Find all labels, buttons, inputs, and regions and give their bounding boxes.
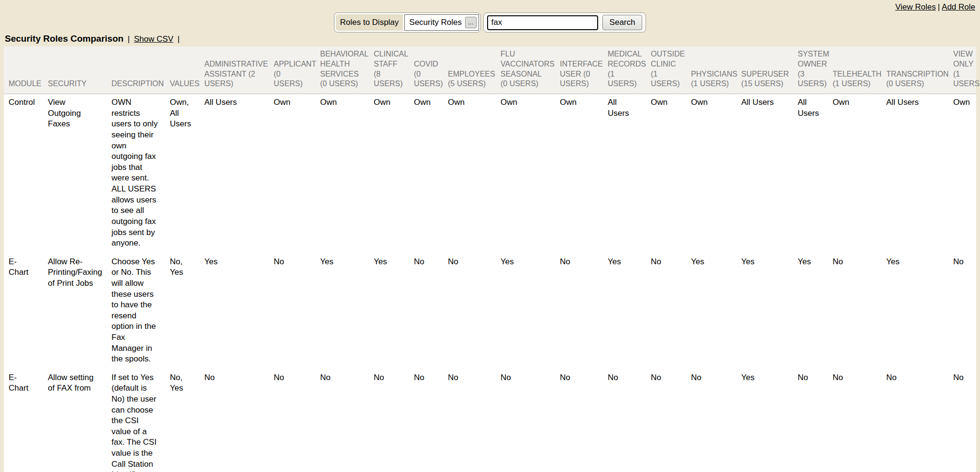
column-header: TELEHEALTH (1 USERS) — [828, 46, 881, 94]
table-body: ControlView Outgoing FaxesOWN restricts … — [4, 94, 976, 472]
column-header: FLU VACCINATORS SEASONAL (0 USERS) — [496, 46, 555, 94]
add-role-link[interactable]: Add Role — [942, 2, 975, 11]
table-row: E-ChartAllow setting of FAX fromIf set t… — [4, 370, 976, 472]
role-value-cell: No — [443, 254, 496, 370]
description-cell: Choose Yes or No. This will allow these … — [107, 254, 165, 370]
role-value-cell: No — [603, 370, 646, 472]
column-header: TRANSCRIPTION (0 USERS) — [881, 46, 948, 94]
table-row: E-ChartAllow Re-Printing/Faxing of Print… — [4, 254, 976, 370]
title-separator: | — [128, 34, 130, 44]
role-value-cell: No — [443, 370, 496, 472]
role-value-cell: Yes — [881, 254, 948, 370]
role-value-cell: No — [686, 370, 736, 472]
column-header: PHYSICIANS (1 USERS) — [686, 46, 736, 94]
role-value-cell: No — [948, 370, 976, 472]
column-header: MEDICAL RECORDS (1 USERS) — [603, 46, 646, 94]
role-value-cell: No — [496, 370, 555, 472]
role-value-cell: No — [315, 370, 369, 472]
column-header: DESCRIPTION — [107, 46, 165, 94]
view-roles-link[interactable]: View Roles — [895, 2, 936, 11]
toolbar: Roles to Display Security Roles ... Sear… — [0, 12, 980, 33]
column-header: BEHAVIORAL HEALTH SERVICES (0 USERS) — [315, 46, 369, 94]
role-value-cell: All Users — [603, 94, 646, 254]
role-value-cell: All Users — [881, 94, 948, 254]
role-value-cell: Own — [409, 94, 443, 254]
role-value-cell: All Users — [736, 94, 793, 254]
top-links: View Roles|Add Role — [895, 2, 975, 12]
role-value-cell: Own — [315, 94, 369, 254]
top-links-separator: | — [938, 2, 940, 11]
title-separator: | — [178, 34, 179, 44]
role-value-cell: Yes — [686, 254, 736, 370]
role-value-cell: Own — [443, 94, 496, 254]
search-input[interactable] — [487, 15, 598, 30]
column-header: SECURITY — [43, 46, 107, 94]
column-header: CLINICAL STAFF (8 USERS) — [369, 46, 409, 94]
top-bar: View Roles|Add Role Roles to Display Sec… — [0, 0, 980, 34]
role-value-cell: No — [555, 370, 603, 472]
search-group: Search — [483, 12, 646, 33]
description-cell: If set to Yes (default is No) the user c… — [107, 370, 165, 472]
column-header: INTERFACE USER (0 USERS) — [555, 46, 603, 94]
security-cell: Allow setting of FAX from — [43, 370, 107, 472]
roles-picker-ellipsis-button[interactable]: ... — [465, 17, 477, 28]
page-title: Security Roles Comparison — [5, 34, 123, 44]
title-row: Security Roles Comparison | Show CSV | — [5, 34, 980, 44]
table-header: MODULESECURITYDESCRIPTIONVALUESADMINISTR… — [4, 46, 976, 94]
table-row: ControlView Outgoing FaxesOWN restricts … — [4, 94, 976, 254]
security-cell: Allow Re-Printing/Faxing of Print Jobs — [43, 254, 107, 370]
module-cell: Control — [4, 94, 43, 254]
role-value-cell: No — [409, 370, 443, 472]
values-cell: No, Yes — [165, 254, 200, 370]
role-value-cell: No — [948, 254, 976, 370]
description-cell: OWN restricts users to only seeing their… — [107, 94, 165, 254]
role-value-cell: No — [200, 370, 269, 472]
column-header: VIEW ONLY (1 USERS) — [948, 46, 976, 94]
roles-picker[interactable]: Security Roles ... — [404, 14, 479, 31]
column-header: COVID (0 USERS) — [409, 46, 443, 94]
roles-to-display-label: Roles to Display — [336, 14, 403, 31]
role-value-cell: Yes — [736, 370, 793, 472]
role-value-cell: All Users — [200, 94, 269, 254]
roles-picker-value: Security Roles — [409, 18, 462, 27]
role-value-cell: No — [269, 370, 315, 472]
role-value-cell: Yes — [369, 254, 409, 370]
column-header: OUTSIDE CLINIC (1 USERS) — [646, 46, 686, 94]
security-cell: View Outgoing Faxes — [43, 94, 107, 254]
module-cell: E-Chart — [4, 254, 43, 370]
role-value-cell: Yes — [200, 254, 269, 370]
role-value-cell: Own — [269, 94, 315, 254]
role-value-cell: Yes — [736, 254, 793, 370]
role-value-cell: Yes — [603, 254, 646, 370]
role-value-cell: No — [646, 370, 686, 472]
values-cell: Own, All Users — [165, 94, 200, 254]
role-value-cell: No — [881, 370, 948, 472]
column-header: APPLICANT (0 USERS) — [269, 46, 315, 94]
values-cell: No, Yes — [165, 370, 200, 472]
role-value-cell: Own — [948, 94, 976, 254]
security-roles-comparison-table: MODULESECURITYDESCRIPTIONVALUESADMINISTR… — [4, 46, 976, 472]
role-value-cell: No — [793, 370, 828, 472]
column-header: EMPLOYEES (5 USERS) — [443, 46, 496, 94]
column-header: VALUES — [165, 46, 200, 94]
header-row: MODULESECURITYDESCRIPTIONVALUESADMINISTR… — [4, 46, 976, 94]
role-value-cell: No — [555, 254, 603, 370]
role-value-cell: All Users — [793, 94, 828, 254]
role-value-cell: No — [409, 254, 443, 370]
role-value-cell: Yes — [315, 254, 369, 370]
role-value-cell: No — [369, 370, 409, 472]
role-value-cell: Own — [496, 94, 555, 254]
role-value-cell: Own — [555, 94, 603, 254]
roles-to-display-group: Roles to Display Security Roles ... — [334, 12, 481, 33]
role-value-cell: Own — [828, 94, 881, 254]
role-value-cell: No — [269, 254, 315, 370]
column-header: SYSTEM OWNER (3 USERS) — [793, 46, 828, 94]
column-header: MODULE — [4, 46, 43, 94]
search-button[interactable]: Search — [602, 15, 643, 30]
role-value-cell: Own — [369, 94, 409, 254]
module-cell: E-Chart — [4, 370, 43, 472]
role-value-cell: Yes — [793, 254, 828, 370]
role-value-cell: No — [646, 254, 686, 370]
role-value-cell: Own — [686, 94, 736, 254]
show-csv-link[interactable]: Show CSV — [134, 34, 173, 44]
